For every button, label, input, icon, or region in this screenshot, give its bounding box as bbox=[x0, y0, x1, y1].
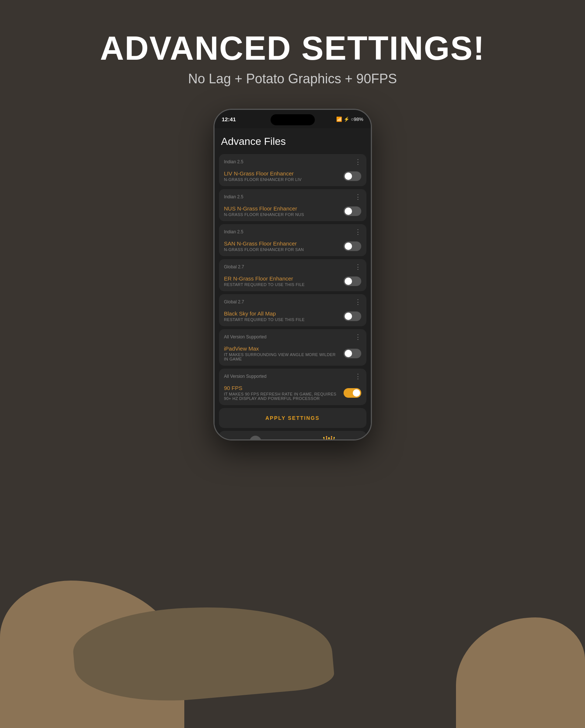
group-header-1: Indian 2.5 ⋮ bbox=[219, 154, 366, 168]
group-more-7[interactable]: ⋮ bbox=[355, 372, 361, 380]
toggle-knob-7 bbox=[353, 389, 360, 397]
setting-group-7: All Version Supported ⋮ 90 FPS It makes … bbox=[219, 369, 366, 405]
setting-group-1: Indian 2.5 ⋮ LIV N-Grass Floor Enhancer … bbox=[219, 154, 366, 186]
toggle-knob-1 bbox=[345, 173, 352, 180]
phone-container: 12:41 📶 ⚡ ○98% Advance Files Indian 2.5 … bbox=[0, 109, 585, 440]
toggle-3[interactable] bbox=[344, 241, 361, 251]
group-more-1[interactable]: ⋮ bbox=[355, 158, 361, 166]
toggle-4[interactable] bbox=[344, 276, 361, 286]
item-text-2: NUS N-Grass Floor Enhancer N-Grass Floor… bbox=[224, 205, 344, 217]
item-desc-5: RESTART REQUIRED TO USE THIS FILE bbox=[224, 317, 340, 322]
status-icons: 📶 ⚡ ○98% bbox=[336, 116, 363, 122]
item-text-4: ER N-Grass Floor Enhancer RESTART REQUIR… bbox=[224, 275, 344, 287]
item-text-3: SAN N-Grass Floor Enhancer N-Grass Floor… bbox=[224, 240, 344, 252]
setting-group-5: Global 2.7 ⋮ Black Sky for All Map RESTA… bbox=[219, 294, 366, 326]
group-label-4: Global 2.7 bbox=[224, 264, 244, 269]
item-text-1: LIV N-Grass Floor Enhancer N-Grass Floor… bbox=[224, 170, 344, 182]
setting-item-5: Black Sky for All Map RESTART REQUIRED T… bbox=[219, 308, 366, 326]
item-desc-2: N-Grass Floor Enhancer for NUS bbox=[224, 212, 340, 217]
group-header-5: Global 2.7 ⋮ bbox=[219, 294, 366, 308]
battery-icon: ○98% bbox=[351, 116, 363, 122]
group-header-6: All Version Supported ⋮ bbox=[219, 329, 366, 343]
item-desc-6: It makes surrounding view angle more wil… bbox=[224, 352, 340, 361]
item-name-1: LIV N-Grass Floor Enhancer bbox=[224, 170, 340, 177]
toggle-knob-3 bbox=[345, 243, 352, 250]
setting-group-2: Indian 2.5 ⋮ NUS N-Grass Floor Enhancer … bbox=[219, 189, 366, 221]
setting-group-3: Indian 2.5 ⋮ SAN N-Grass Floor Enhancer … bbox=[219, 224, 366, 256]
setting-item-7: 90 FPS It makes 90 FPS refresh rate in g… bbox=[219, 383, 366, 405]
phone-screen-content[interactable]: Advance Files Indian 2.5 ⋮ LIV N-Grass F… bbox=[215, 128, 371, 439]
group-label-7: All Version Supported bbox=[224, 374, 267, 379]
bottom-navigation: 👑 bbox=[219, 431, 366, 439]
dynamic-island bbox=[271, 114, 315, 125]
item-desc-7: It makes 90 FPS refresh rate in game, re… bbox=[224, 392, 340, 401]
toggle-5[interactable] bbox=[344, 311, 361, 321]
wave-right bbox=[456, 617, 585, 728]
toggle-1[interactable] bbox=[344, 171, 361, 181]
group-header-4: Global 2.7 ⋮ bbox=[219, 259, 366, 273]
page-subtitle: No Lag + Potato Graphics + 90FPS bbox=[0, 71, 585, 87]
phone-mockup: 12:41 📶 ⚡ ○98% Advance Files Indian 2.5 … bbox=[213, 109, 372, 440]
group-header-7: All Version Supported ⋮ bbox=[219, 369, 366, 383]
nav-crown-icon[interactable]: 👑 bbox=[323, 435, 335, 439]
group-label-2: Indian 2.5 bbox=[224, 194, 244, 199]
nav-home-button[interactable] bbox=[250, 436, 261, 440]
toggle-knob-2 bbox=[345, 208, 352, 215]
item-desc-1: N-Grass Floor Enhancer for LIV bbox=[224, 177, 340, 182]
item-name-6: iPadView Max bbox=[224, 345, 340, 352]
toggle-2[interactable] bbox=[344, 206, 361, 216]
wifi-icon: 📶 bbox=[336, 116, 342, 122]
group-more-5[interactable]: ⋮ bbox=[355, 298, 361, 306]
group-more-3[interactable]: ⋮ bbox=[355, 228, 361, 236]
group-header-3: Indian 2.5 ⋮ bbox=[219, 224, 366, 238]
item-name-3: SAN N-Grass Floor Enhancer bbox=[224, 240, 340, 247]
group-more-6[interactable]: ⋮ bbox=[355, 333, 361, 341]
header-section: ADVANCED SETTINGS! No Lag + Potato Graph… bbox=[0, 0, 585, 87]
item-name-2: NUS N-Grass Floor Enhancer bbox=[224, 205, 340, 212]
setting-group-4: Global 2.7 ⋮ ER N-Grass Floor Enhancer R… bbox=[219, 259, 366, 291]
setting-group-6: All Version Supported ⋮ iPadView Max It … bbox=[219, 329, 366, 366]
item-desc-4: RESTART REQUIRED TO USE THIS FILE bbox=[224, 282, 340, 287]
screen-title: Advance Files bbox=[215, 128, 371, 151]
setting-item-6: iPadView Max It makes surrounding view a… bbox=[219, 343, 366, 366]
item-name-5: Black Sky for All Map bbox=[224, 310, 340, 317]
toggle-knob-6 bbox=[345, 350, 352, 357]
group-more-2[interactable]: ⋮ bbox=[355, 193, 361, 201]
setting-item-3: SAN N-Grass Floor Enhancer N-Grass Floor… bbox=[219, 238, 366, 256]
setting-item-2: NUS N-Grass Floor Enhancer N-Grass Floor… bbox=[219, 203, 366, 221]
status-time: 12:41 bbox=[222, 116, 236, 122]
item-text-6: iPadView Max It makes surrounding view a… bbox=[224, 345, 344, 361]
item-text-5: Black Sky for All Map RESTART REQUIRED T… bbox=[224, 310, 344, 322]
item-name-7: 90 FPS bbox=[224, 385, 340, 391]
group-label-3: Indian 2.5 bbox=[224, 229, 244, 234]
toggle-knob-5 bbox=[345, 313, 352, 320]
toggle-7[interactable] bbox=[344, 388, 361, 398]
phone-side-button bbox=[371, 176, 372, 206]
signal-icon: ⚡ bbox=[344, 116, 349, 122]
item-name-4: ER N-Grass Floor Enhancer bbox=[224, 275, 340, 282]
setting-item-1: LIV N-Grass Floor Enhancer N-Grass Floor… bbox=[219, 168, 366, 186]
group-label-1: Indian 2.5 bbox=[224, 159, 244, 164]
setting-item-4: ER N-Grass Floor Enhancer RESTART REQUIR… bbox=[219, 273, 366, 291]
item-desc-3: N-Grass Floor Enhancer for SAN bbox=[224, 247, 340, 252]
group-header-2: Indian 2.5 ⋮ bbox=[219, 189, 366, 203]
apply-settings-button[interactable]: APPLY SETTINGS bbox=[219, 408, 366, 428]
toggle-knob-4 bbox=[345, 278, 352, 285]
page-title: ADVANCED SETTINGS! bbox=[0, 29, 585, 67]
group-more-4[interactable]: ⋮ bbox=[355, 263, 361, 271]
apply-settings-label: APPLY SETTINGS bbox=[265, 415, 320, 421]
group-label-5: Global 2.7 bbox=[224, 299, 244, 304]
toggle-6[interactable] bbox=[344, 349, 361, 358]
item-text-7: 90 FPS It makes 90 FPS refresh rate in g… bbox=[224, 385, 344, 401]
group-label-6: All Version Supported bbox=[224, 334, 267, 339]
